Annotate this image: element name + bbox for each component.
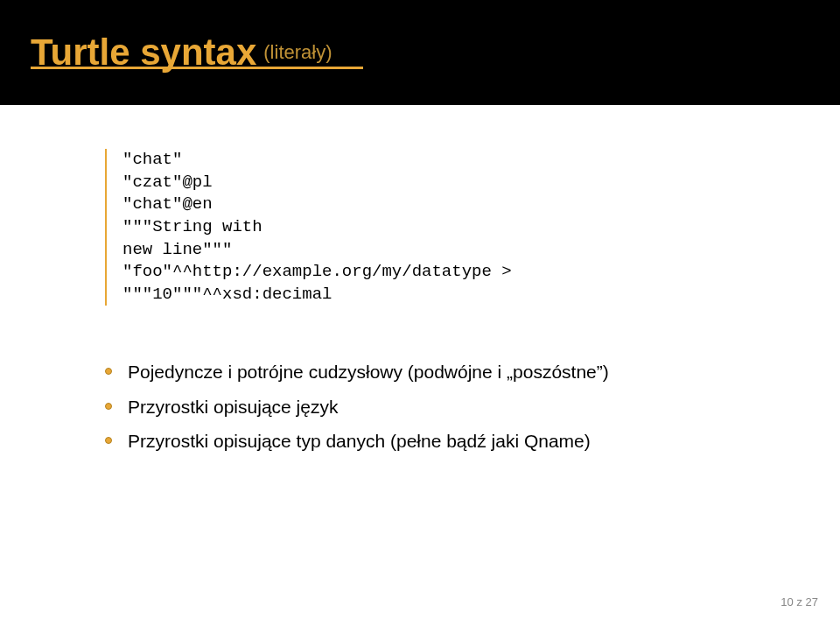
slide-title-sub: (literały) — [263, 41, 332, 64]
slide: Turtle syntax (literały) "chat" "czat"@p… — [0, 0, 840, 619]
bullet-list: Pojedyncze i potrójne cudzysłowy (podwój… — [105, 358, 735, 455]
bullet-text: Przyrostki opisujące typ danych (pełne b… — [128, 427, 591, 455]
list-item: Przyrostki opisujące typ danych (pełne b… — [105, 427, 735, 455]
code-line: "chat" — [122, 149, 735, 172]
page-number: 10 z 27 — [780, 595, 818, 608]
code-line: "chat"@en — [122, 193, 735, 216]
bullet-icon — [105, 368, 112, 375]
code-line: "foo"^^http://example.org/my/datatype > — [122, 261, 735, 284]
title-underline — [31, 67, 363, 69]
bullet-text: Przyrostki opisujące język — [128, 393, 338, 421]
code-line: """String with — [122, 216, 735, 239]
code-line: """10"""^^xsd:decimal — [122, 284, 735, 306]
code-line: "czat"@pl — [122, 172, 735, 194]
list-item: Przyrostki opisujące język — [105, 393, 735, 421]
list-item: Pojedyncze i potrójne cudzysłowy (podwój… — [105, 358, 735, 386]
code-line: new line""" — [122, 239, 735, 262]
bullet-icon — [105, 437, 112, 444]
bullet-text: Pojedyncze i potrójne cudzysłowy (podwój… — [128, 358, 609, 386]
slide-content: "chat" "czat"@pl "chat"@en """String wit… — [0, 105, 840, 455]
code-block: "chat" "czat"@pl "chat"@en """String wit… — [105, 149, 735, 306]
slide-header: Turtle syntax (literały) — [0, 0, 840, 105]
bullet-icon — [105, 403, 112, 410]
